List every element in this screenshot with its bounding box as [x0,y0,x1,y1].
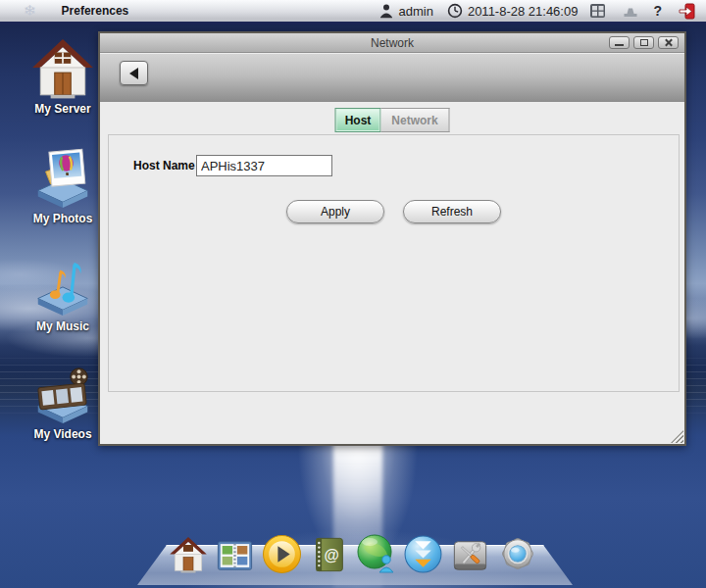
tab-network[interactable]: Network [381,108,450,132]
music-notes-icon [28,251,97,318]
network-window: Network Host Network Host Na [98,31,686,446]
dock-item-address-book[interactable]: @ [308,531,350,574]
house-icon [30,37,95,100]
svg-text:@: @ [325,547,339,564]
tab-host[interactable]: Host [335,108,381,132]
tab-bar: Host Network [335,108,450,132]
logged-in-username[interactable]: admin [398,4,432,19]
dock-item-home[interactable] [167,531,209,574]
window-toolbar [100,54,684,102]
refresh-button[interactable]: Refresh [403,200,501,223]
window-content: Host Network Host Name Apply Refresh [100,102,684,444]
address-book-icon: @ [311,535,347,574]
tab-label: Network [391,114,437,127]
topbar-status-area: admin 2011-8-28 21:46:09 [378,0,696,22]
settings-gear-icon [497,533,538,574]
system-datetime: 2011-8-28 21:46:09 [468,4,579,19]
downloads-icon [403,534,443,574]
media-player-icon [262,534,302,574]
shortcut-my-server[interactable]: My Server [27,37,98,116]
minimize-button[interactable] [609,36,630,49]
film-strip-icon [28,361,97,425]
network-places-icon [356,533,397,574]
back-button[interactable] [120,61,148,85]
photo-stack-icon [28,143,97,210]
shortcut-label: My Videos [27,427,98,441]
dock-item-photo-album[interactable] [214,531,256,574]
shortcut-my-photos[interactable]: My Photos [27,143,98,225]
host-name-input[interactable] [196,155,332,176]
dock-item-network-places[interactable] [355,531,397,574]
home-icon [169,535,208,574]
window-controls [609,36,679,49]
window-titlebar[interactable]: Network [100,33,684,53]
top-menubar: ❄ Preferences admin 2011-8-28 21:46:09 [0,0,706,24]
shortcut-label: My Music [27,319,98,333]
maximize-button[interactable] [633,36,654,49]
shortcut-label: My Server [27,102,98,116]
help-icon[interactable]: ? [653,3,662,19]
dock-item-media-player[interactable] [261,531,303,574]
desktop: ❄ Preferences admin 2011-8-28 21:46:09 [0,0,706,588]
system-logo-icon: ❄ [24,0,36,22]
shortcut-my-videos[interactable]: My Videos [27,361,98,441]
tab-label: Host [345,114,372,127]
minimize-icon [615,44,624,46]
close-button[interactable] [658,36,679,49]
shortcut-label: My Photos [27,212,98,225]
dock: @ [167,531,538,574]
maximize-icon [640,39,648,46]
workgroup-icon[interactable] [622,4,639,19]
dock-item-maintenance-tools[interactable] [449,531,491,574]
close-icon [664,38,673,47]
maintenance-tools-icon [450,537,490,574]
menu-preferences[interactable]: Preferences [62,4,129,18]
window-title: Network [100,36,684,50]
back-arrow-icon [129,68,138,79]
clock-icon [447,3,463,19]
shortcut-my-music[interactable]: My Music [27,251,98,333]
user-icon [378,3,394,19]
apps-grid-icon[interactable] [589,3,606,19]
dock-item-settings[interactable] [496,531,538,574]
host-name-label: Host Name [133,159,195,172]
apply-button[interactable]: Apply [286,200,384,223]
dock-item-downloads[interactable] [402,531,444,574]
photo-album-icon [215,537,255,574]
logout-icon[interactable] [678,3,696,20]
host-settings-panel: Host Name Apply Refresh [108,134,680,392]
